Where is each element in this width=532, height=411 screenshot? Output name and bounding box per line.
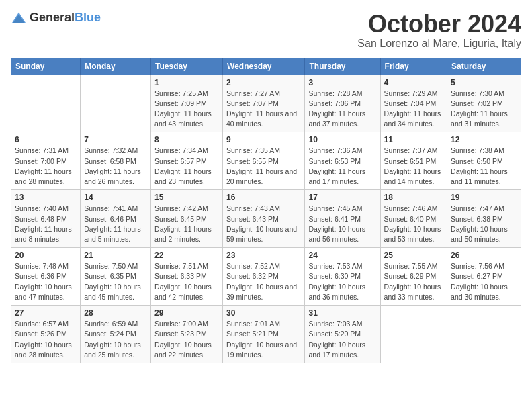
day-info: Sunrise: 7:27 AM Sunset: 7:07 PM Dayligh… (226, 89, 301, 130)
day-info: Sunrise: 7:52 AM Sunset: 6:32 PM Dayligh… (226, 261, 301, 302)
calendar-cell (380, 306, 447, 363)
day-of-week-header: Sunday (11, 58, 81, 75)
day-number: 16 (226, 193, 301, 202)
day-of-week-header: Wednesday (223, 58, 305, 75)
calendar-cell: 23Sunrise: 7:52 AM Sunset: 6:32 PM Dayli… (223, 248, 305, 306)
day-info: Sunrise: 7:32 AM Sunset: 6:58 PM Dayligh… (84, 146, 147, 187)
day-info: Sunrise: 7:30 AM Sunset: 7:02 PM Dayligh… (451, 89, 517, 130)
day-info: Sunrise: 7:43 AM Sunset: 6:43 PM Dayligh… (226, 203, 301, 244)
day-info: Sunrise: 7:45 AM Sunset: 6:41 PM Dayligh… (308, 203, 376, 244)
day-of-week-header: Friday (380, 58, 447, 75)
day-info: Sunrise: 7:42 AM Sunset: 6:45 PM Dayligh… (154, 203, 219, 244)
day-info: Sunrise: 7:51 AM Sunset: 6:33 PM Dayligh… (154, 261, 219, 302)
day-info: Sunrise: 7:38 AM Sunset: 6:50 PM Dayligh… (451, 146, 517, 187)
day-number: 19 (451, 193, 517, 202)
calendar-cell: 3Sunrise: 7:28 AM Sunset: 7:06 PM Daylig… (305, 75, 380, 132)
day-number: 12 (451, 135, 517, 144)
day-info: Sunrise: 7:31 AM Sunset: 7:00 PM Dayligh… (15, 146, 77, 187)
logo-text: GeneralBlue (30, 11, 101, 25)
calendar-cell: 26Sunrise: 7:56 AM Sunset: 6:27 PM Dayli… (447, 248, 521, 306)
calendar-cell: 4Sunrise: 7:29 AM Sunset: 7:04 PM Daylig… (380, 75, 447, 132)
calendar-cell: 21Sunrise: 7:50 AM Sunset: 6:35 PM Dayli… (81, 248, 151, 306)
day-info: Sunrise: 7:01 AM Sunset: 5:21 PM Dayligh… (226, 319, 301, 360)
calendar-week-row: 6Sunrise: 7:31 AM Sunset: 7:00 PM Daylig… (11, 132, 521, 190)
calendar-cell: 16Sunrise: 7:43 AM Sunset: 6:43 PM Dayli… (223, 190, 305, 248)
calendar-cell (11, 75, 81, 132)
calendar-cell: 27Sunrise: 6:57 AM Sunset: 5:26 PM Dayli… (11, 306, 81, 363)
day-number: 10 (308, 135, 376, 144)
calendar-cell: 12Sunrise: 7:38 AM Sunset: 6:50 PM Dayli… (447, 132, 521, 190)
logo: GeneralBlue (11, 11, 101, 25)
calendar-week-row: 1Sunrise: 7:25 AM Sunset: 7:09 PM Daylig… (11, 75, 521, 132)
day-info: Sunrise: 7:25 AM Sunset: 7:09 PM Dayligh… (154, 89, 219, 130)
day-number: 4 (384, 78, 443, 87)
day-number: 27 (15, 308, 77, 318)
logo-general: General (30, 11, 75, 24)
day-info: Sunrise: 7:46 AM Sunset: 6:40 PM Dayligh… (384, 203, 443, 244)
day-info: Sunrise: 6:57 AM Sunset: 5:26 PM Dayligh… (15, 319, 77, 360)
calendar-cell: 9Sunrise: 7:35 AM Sunset: 6:55 PM Daylig… (223, 132, 305, 190)
day-info: Sunrise: 7:00 AM Sunset: 5:23 PM Dayligh… (154, 319, 219, 360)
day-number: 22 (154, 250, 219, 260)
day-info: Sunrise: 7:36 AM Sunset: 6:53 PM Dayligh… (308, 146, 376, 187)
day-number: 28 (84, 308, 147, 318)
title-block: October 2024 San Lorenzo al Mare, Liguri… (357, 11, 521, 50)
day-number: 7 (84, 135, 147, 144)
calendar-cell: 25Sunrise: 7:55 AM Sunset: 6:29 PM Dayli… (380, 248, 447, 306)
calendar-cell (447, 306, 521, 363)
day-of-week-header: Monday (81, 58, 151, 75)
calendar-cell: 20Sunrise: 7:48 AM Sunset: 6:36 PM Dayli… (11, 248, 81, 306)
day-number: 31 (308, 308, 376, 318)
day-info: Sunrise: 7:55 AM Sunset: 6:29 PM Dayligh… (384, 261, 443, 302)
calendar-cell: 18Sunrise: 7:46 AM Sunset: 6:40 PM Dayli… (380, 190, 447, 248)
calendar-cell: 28Sunrise: 6:59 AM Sunset: 5:24 PM Dayli… (81, 306, 151, 363)
calendar-cell: 6Sunrise: 7:31 AM Sunset: 7:00 PM Daylig… (11, 132, 81, 190)
day-number: 21 (84, 250, 147, 260)
day-info: Sunrise: 6:59 AM Sunset: 5:24 PM Dayligh… (84, 319, 147, 360)
day-info: Sunrise: 7:48 AM Sunset: 6:36 PM Dayligh… (15, 261, 77, 302)
calendar-cell: 8Sunrise: 7:34 AM Sunset: 6:57 PM Daylig… (151, 132, 223, 190)
day-number: 5 (451, 78, 517, 87)
day-number: 17 (308, 193, 376, 202)
day-number: 14 (84, 193, 147, 202)
calendar-cell: 17Sunrise: 7:45 AM Sunset: 6:41 PM Dayli… (305, 190, 380, 248)
day-number: 18 (384, 193, 443, 202)
logo-blue: Blue (75, 11, 101, 24)
day-info: Sunrise: 7:03 AM Sunset: 5:20 PM Dayligh… (308, 319, 376, 360)
calendar-cell: 29Sunrise: 7:00 AM Sunset: 5:23 PM Dayli… (151, 306, 223, 363)
location-subtitle: San Lorenzo al Mare, Liguria, Italy (357, 38, 521, 50)
page-header: GeneralBlue October 2024 San Lorenzo al … (11, 11, 521, 50)
calendar-cell: 1Sunrise: 7:25 AM Sunset: 7:09 PM Daylig… (151, 75, 223, 132)
calendar-cell: 15Sunrise: 7:42 AM Sunset: 6:45 PM Dayli… (151, 190, 223, 248)
day-of-week-header: Thursday (305, 58, 380, 75)
calendar-cell: 22Sunrise: 7:51 AM Sunset: 6:33 PM Dayli… (151, 248, 223, 306)
day-of-week-header: Saturday (447, 58, 521, 75)
day-number: 1 (154, 78, 219, 87)
day-info: Sunrise: 7:41 AM Sunset: 6:46 PM Dayligh… (84, 203, 147, 244)
day-number: 6 (15, 135, 77, 144)
calendar-header-row: SundayMondayTuesdayWednesdayThursdayFrid… (11, 58, 521, 75)
calendar-table: SundayMondayTuesdayWednesdayThursdayFrid… (11, 58, 521, 363)
calendar-week-row: 13Sunrise: 7:40 AM Sunset: 6:48 PM Dayli… (11, 190, 521, 248)
calendar-cell: 19Sunrise: 7:47 AM Sunset: 6:38 PM Dayli… (447, 190, 521, 248)
day-number: 30 (226, 308, 301, 318)
calendar-week-row: 20Sunrise: 7:48 AM Sunset: 6:36 PM Dayli… (11, 248, 521, 306)
day-info: Sunrise: 7:34 AM Sunset: 6:57 PM Dayligh… (154, 146, 219, 187)
day-info: Sunrise: 7:40 AM Sunset: 6:48 PM Dayligh… (15, 203, 77, 244)
calendar-cell: 13Sunrise: 7:40 AM Sunset: 6:48 PM Dayli… (11, 190, 81, 248)
calendar-cell: 2Sunrise: 7:27 AM Sunset: 7:07 PM Daylig… (223, 75, 305, 132)
day-number: 11 (384, 135, 443, 144)
day-info: Sunrise: 7:35 AM Sunset: 6:55 PM Dayligh… (226, 146, 301, 187)
day-number: 8 (154, 135, 219, 144)
day-number: 13 (15, 193, 77, 202)
day-number: 24 (308, 250, 376, 260)
calendar-cell: 30Sunrise: 7:01 AM Sunset: 5:21 PM Dayli… (223, 306, 305, 363)
calendar-cell: 10Sunrise: 7:36 AM Sunset: 6:53 PM Dayli… (305, 132, 380, 190)
day-number: 9 (226, 135, 301, 144)
calendar-cell: 7Sunrise: 7:32 AM Sunset: 6:58 PM Daylig… (81, 132, 151, 190)
day-info: Sunrise: 7:56 AM Sunset: 6:27 PM Dayligh… (451, 261, 517, 302)
calendar-cell: 31Sunrise: 7:03 AM Sunset: 5:20 PM Dayli… (305, 306, 380, 363)
day-info: Sunrise: 7:28 AM Sunset: 7:06 PM Dayligh… (308, 89, 376, 130)
calendar-cell: 24Sunrise: 7:53 AM Sunset: 6:30 PM Dayli… (305, 248, 380, 306)
day-info: Sunrise: 7:50 AM Sunset: 6:35 PM Dayligh… (84, 261, 147, 302)
